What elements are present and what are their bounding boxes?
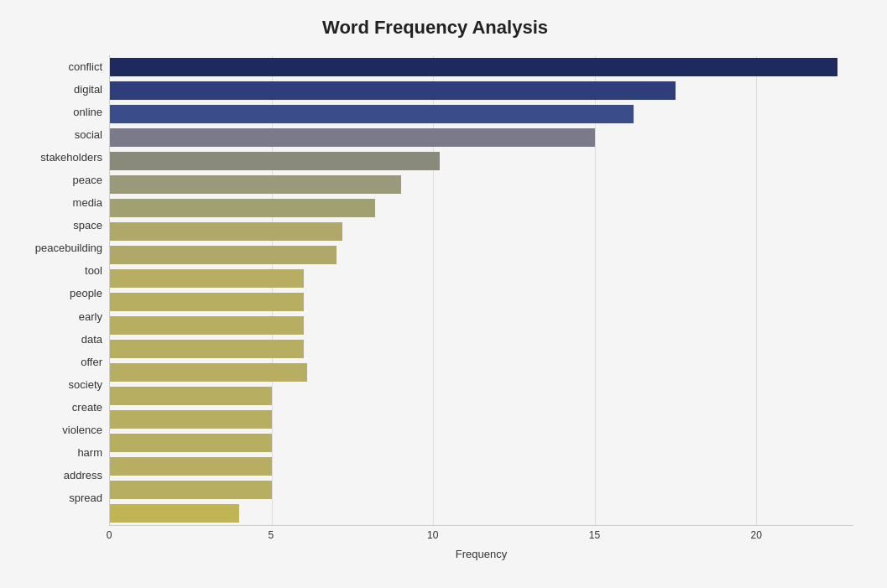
- bar-row: [110, 478, 853, 502]
- y-label: social: [75, 123, 102, 146]
- bar: [110, 504, 239, 523]
- bar-row: [110, 79, 853, 102]
- bar-row: [110, 220, 853, 243]
- y-label: society: [69, 373, 102, 396]
- bar-row: [110, 267, 853, 290]
- chart-title: Word Frequency Analysis: [17, 17, 853, 39]
- x-tick: 20: [751, 529, 762, 541]
- x-tick: 0: [107, 529, 112, 541]
- bar-row: [110, 126, 853, 149]
- y-label: peacebuilding: [35, 237, 102, 259]
- bar-row: [110, 55, 853, 79]
- y-axis: conflictdigitalonlinesocialstakeholdersp…: [17, 55, 109, 509]
- y-label: early: [79, 305, 102, 328]
- y-label: space: [73, 214, 102, 237]
- bar: [110, 316, 304, 335]
- bar-row: [110, 502, 853, 525]
- y-label: digital: [74, 78, 102, 101]
- y-label: address: [64, 464, 102, 487]
- bar-row: [110, 314, 853, 337]
- bar: [110, 457, 272, 476]
- y-label: peace: [73, 169, 102, 191]
- bar-row: [110, 173, 853, 196]
- bar: [110, 481, 272, 499]
- bar-row: [110, 431, 853, 455]
- bar: [110, 199, 375, 217]
- bar-row: [110, 337, 853, 361]
- bar: [110, 222, 342, 241]
- bars-section: 05101520 Frequency: [109, 55, 853, 509]
- bar: [110, 293, 304, 311]
- bar-row: [110, 290, 853, 314]
- bar: [110, 410, 272, 429]
- y-label: data: [81, 328, 102, 351]
- bar-row: [110, 384, 853, 408]
- chart-area: conflictdigitalonlinesocialstakeholdersp…: [17, 55, 853, 509]
- y-label: online: [73, 101, 102, 123]
- x-tick: 10: [427, 529, 438, 541]
- y-label: spread: [69, 487, 102, 509]
- y-label: offer: [81, 351, 102, 373]
- bar-row: [110, 196, 853, 220]
- bar: [110, 128, 595, 147]
- bar: [110, 58, 837, 76]
- y-label: create: [72, 396, 102, 419]
- bar: [110, 340, 304, 358]
- bars-wrapper: [109, 55, 853, 526]
- y-label: harm: [77, 441, 102, 464]
- x-axis-label: Frequency: [109, 548, 853, 560]
- bar-row: [110, 361, 853, 384]
- chart-container: Word Frequency Analysis conflictdigitalo…: [0, 0, 887, 588]
- y-label: conflict: [69, 55, 102, 78]
- bar-row: [110, 455, 853, 478]
- bar: [110, 269, 304, 288]
- y-label: tool: [85, 259, 102, 282]
- bar-row: [110, 243, 853, 267]
- bar-row: [110, 408, 853, 431]
- bar: [110, 175, 401, 194]
- bar: [110, 363, 307, 382]
- y-label: violence: [62, 419, 102, 441]
- bar: [110, 246, 337, 264]
- bar-row: [110, 149, 853, 173]
- bar: [110, 105, 634, 123]
- y-label: people: [70, 282, 102, 304]
- bar: [110, 387, 272, 405]
- y-label: media: [73, 191, 102, 214]
- x-tick: 15: [589, 529, 600, 541]
- y-label: stakeholders: [40, 146, 102, 169]
- bar: [110, 152, 440, 170]
- bar: [110, 81, 676, 100]
- bar: [110, 434, 272, 452]
- x-tick: 5: [268, 529, 274, 541]
- bar-row: [110, 102, 853, 126]
